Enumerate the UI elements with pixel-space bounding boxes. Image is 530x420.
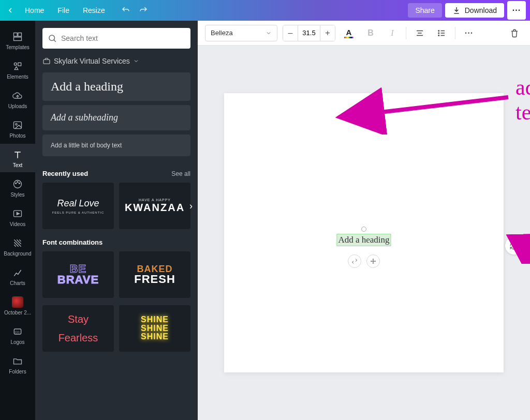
- font-combinations-heading: Font combinations: [42, 238, 102, 246]
- rail-logos[interactable]: CO.Logos: [0, 321, 35, 349]
- duplicate-element-button[interactable]: [348, 254, 361, 268]
- toolbar-more-button[interactable]: ···: [461, 25, 477, 41]
- svg-point-8: [16, 183, 17, 184]
- font-family-select[interactable]: Belleza: [205, 25, 277, 41]
- move-element-button[interactable]: [366, 254, 380, 268]
- back-button[interactable]: [4, 4, 17, 17]
- decrease-size-button[interactable]: –: [283, 25, 298, 41]
- svg-point-17: [438, 33, 439, 34]
- add-heading-card[interactable]: Add a heading: [42, 72, 190, 101]
- svg-point-6: [16, 124, 17, 125]
- svg-rect-1: [18, 33, 22, 37]
- svg-rect-5: [14, 122, 22, 128]
- alignment-button[interactable]: [411, 25, 428, 41]
- rail-photos[interactable]: Photos: [0, 114, 35, 143]
- text-template-thumb[interactable]: HAVE A HAPPY KWANZAA: [119, 183, 190, 229]
- nav-rail: Templates Elements Uploads Photos Text S…: [0, 21, 35, 420]
- italic-button[interactable]: I: [384, 25, 401, 41]
- rail-templates[interactable]: Templates: [0, 26, 35, 54]
- design-page[interactable]: Add a heading: [224, 93, 504, 372]
- increase-size-button[interactable]: +: [320, 25, 335, 41]
- more-menu-button[interactable]: ···: [507, 1, 526, 20]
- font-combo-thumb[interactable]: BEBRAVE: [42, 251, 114, 298]
- svg-text:CO.: CO.: [15, 331, 21, 334]
- rotate-handle[interactable]: [361, 227, 366, 232]
- font-size-input[interactable]: [298, 25, 320, 41]
- svg-point-18: [438, 35, 439, 36]
- menu-home[interactable]: Home: [20, 4, 49, 17]
- chevron-down-icon: [266, 30, 272, 36]
- search-icon: [48, 34, 57, 43]
- text-template-thumb[interactable]: Real Love FEELS PURE & AUTHENTIC: [42, 183, 114, 229]
- delete-button[interactable]: [506, 25, 523, 41]
- svg-point-3: [14, 63, 17, 65]
- add-subheading-card[interactable]: Add a subheading: [42, 105, 190, 130]
- search-input[interactable]: [61, 34, 185, 42]
- text-color-button[interactable]: A: [341, 25, 357, 41]
- svg-rect-15: [43, 59, 50, 64]
- selected-text-element[interactable]: Add a heading: [336, 234, 391, 246]
- font-size-stepper[interactable]: – +: [283, 25, 335, 41]
- brand-dropdown[interactable]: Skylark Virtual Services: [42, 57, 190, 65]
- download-label: Download: [465, 6, 497, 14]
- svg-point-9: [17, 182, 18, 183]
- chevron-down-icon: [133, 58, 139, 64]
- rail-background[interactable]: Background: [0, 232, 35, 261]
- rail-folders[interactable]: Folders: [0, 350, 35, 379]
- side-panel: Skylark Virtual Services Add a heading A…: [35, 21, 198, 420]
- brand-icon: [42, 57, 51, 65]
- rail-videos[interactable]: Videos: [0, 203, 35, 231]
- svg-point-14: [49, 35, 55, 41]
- rail-elements[interactable]: Elements: [0, 55, 35, 84]
- recently-used-heading: Recently used: [42, 170, 88, 177]
- font-combo-thumb[interactable]: SHINESHINESHINE: [119, 305, 190, 352]
- svg-rect-4: [18, 63, 21, 66]
- menu-file[interactable]: File: [52, 4, 75, 17]
- rail-uploads[interactable]: Uploads: [0, 85, 35, 113]
- rail-charts[interactable]: Charts: [0, 262, 35, 290]
- list-button[interactable]: [433, 25, 450, 41]
- top-bar: Home File Resize Share Download ···: [0, 0, 530, 21]
- search-box[interactable]: [42, 28, 190, 49]
- share-button[interactable]: Share: [408, 3, 441, 18]
- rail-text[interactable]: Text: [0, 144, 35, 172]
- svg-rect-2: [14, 37, 22, 41]
- canvas-area: Belleza – + A B I ··· Add a: [198, 21, 530, 420]
- svg-point-10: [19, 183, 20, 184]
- menu-resize[interactable]: Resize: [78, 4, 110, 17]
- rail-styles[interactable]: Styles: [0, 173, 35, 202]
- carousel-next-button[interactable]: ›: [189, 201, 193, 212]
- download-button[interactable]: Download: [445, 3, 504, 18]
- see-all-link[interactable]: See all: [171, 170, 190, 177]
- rail-october-folder[interactable]: October 2...: [0, 291, 35, 320]
- undo-button[interactable]: [119, 3, 133, 18]
- redo-button[interactable]: [136, 3, 151, 18]
- add-body-card[interactable]: Add a little bit of body text: [42, 134, 190, 156]
- text-toolbar: Belleza – + A B I ···: [198, 21, 530, 46]
- bold-button[interactable]: B: [362, 25, 379, 41]
- svg-rect-0: [14, 33, 18, 37]
- font-combo-thumb[interactable]: StayFearless: [42, 305, 114, 352]
- svg-point-16: [438, 30, 439, 31]
- resync-button[interactable]: [505, 237, 523, 254]
- font-combo-thumb[interactable]: BAKEDFRESH: [119, 251, 190, 298]
